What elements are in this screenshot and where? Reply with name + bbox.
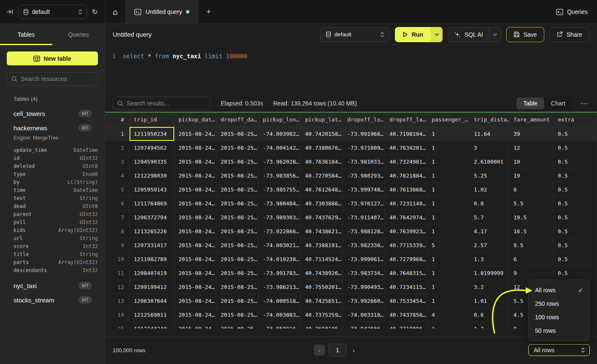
new-tab-button[interactable]: +: [198, 0, 219, 24]
row-number[interactable]: 12: [105, 280, 130, 294]
table-cell[interactable]: -73.986213…: [259, 280, 301, 294]
row-number[interactable]: 3: [105, 155, 130, 169]
column-header[interactable]: extra: [554, 113, 597, 127]
table-cell[interactable]: -73.991783…: [259, 266, 301, 280]
table-row[interactable]: 712063727942015-08-24…2015-08-25…-73.989…: [105, 210, 597, 224]
table-cell[interactable]: 19: [509, 169, 554, 183]
table-cell[interactable]: 1204590335: [130, 155, 174, 169]
table-cell[interactable]: 40.7612648…: [301, 183, 343, 197]
run-options-caret[interactable]: [431, 27, 443, 42]
refresh-button[interactable]: ↻: [92, 8, 98, 16]
table-cell[interactable]: 40.7438621…: [301, 224, 343, 238]
table-cell[interactable]: 1: [427, 252, 470, 266]
column-header[interactable]: pickup_dat…: [174, 113, 216, 127]
table-cell[interactable]: 3: [470, 141, 509, 155]
table-row[interactable]: 312045903352015-08-24…2015-08-25…-73.962…: [105, 155, 597, 169]
row-number[interactable]: 9: [105, 238, 130, 252]
table-cell[interactable]: 40.7303886…: [301, 197, 343, 210]
table-cell[interactable]: 1: [427, 266, 470, 280]
sidebar-item-hackernews[interactable]: hackernews MT: [0, 121, 105, 135]
prev-page-button[interactable]: ‹: [314, 345, 325, 356]
page-size-option[interactable]: 50 rows: [529, 324, 589, 337]
table-cell[interactable]: 2015-08-25…: [216, 238, 259, 252]
table-cell[interactable]: -73.983856…: [259, 169, 301, 183]
sidebar-item-nyc-taxi[interactable]: nyc_taxi MT: [0, 278, 105, 293]
table-cell[interactable]: 1: [427, 210, 470, 224]
sql-ai-main[interactable]: SQL AI: [448, 27, 489, 42]
table-cell[interactable]: 0.5: [554, 210, 597, 224]
column-header[interactable]: trip_id: [130, 113, 174, 127]
table-row[interactable]: 512059591432015-08-24…2015-08-25…-73.985…: [105, 183, 597, 197]
row-number[interactable]: 8: [105, 224, 130, 238]
table-cell[interactable]: 2015-08-25…: [216, 127, 259, 141]
table-cell[interactable]: 3.2: [470, 280, 509, 294]
table-cell[interactable]: 2015-08-24…: [174, 294, 216, 308]
table-cell[interactable]: 0.5: [554, 183, 597, 197]
table-cell[interactable]: 0.5: [554, 169, 597, 183]
column-header[interactable]: #: [105, 113, 130, 127]
table-cell[interactable]: 5.25: [470, 169, 509, 183]
page-size-option[interactable]: 100 rows: [529, 310, 589, 324]
table-cell[interactable]: 40.7420158…: [301, 127, 343, 141]
table-cell[interactable]: 0.8: [470, 197, 509, 210]
table-cell[interactable]: -73.989303…: [259, 210, 301, 224]
row-number[interactable]: 10: [105, 252, 130, 266]
table-cell[interactable]: 2015-08-25…: [216, 155, 259, 169]
table-cell[interactable]: 4: [427, 308, 470, 322]
column-header[interactable]: dropoff_la…: [385, 113, 427, 127]
table-row[interactable]: 1312063076442015-08-24…2015-08-25…-74.00…: [105, 294, 597, 308]
table-cell[interactable]: 0.5: [554, 224, 597, 238]
table-cell[interactable]: 2015-08-25…: [216, 266, 259, 280]
table-cell[interactable]: 40.7718086…: [385, 322, 427, 329]
table-cell[interactable]: -73.922866…: [259, 224, 301, 238]
search-resources-input[interactable]: [21, 75, 97, 82]
table-cell[interactable]: 40.7613868…: [385, 183, 427, 197]
table-cell[interactable]: 1: [427, 169, 470, 183]
table-cell[interactable]: 4.17: [470, 224, 509, 238]
run-button-main[interactable]: Run: [395, 27, 431, 42]
table-cell[interactable]: -73.962028…: [259, 155, 301, 169]
table-cell[interactable]: 1209199412: [130, 280, 174, 294]
table-row[interactable]: 112119502342015-08-24…2015-08-25…-74.003…: [105, 127, 597, 141]
table-cell[interactable]: 0.5: [554, 127, 597, 141]
table-cell[interactable]: 2015-08-24…: [174, 238, 216, 252]
table-cell[interactable]: 1211982789: [130, 252, 174, 266]
table-cell[interactable]: 40.7683105…: [301, 322, 343, 329]
table-cell[interactable]: 1207331417: [130, 238, 174, 252]
table-row[interactable]: 612117648692015-08-24…2015-08-25…-73.980…: [105, 197, 597, 210]
table-cell[interactable]: 40.7636184…: [301, 155, 343, 169]
table-cell[interactable]: -73.980293…: [343, 169, 385, 183]
column-header[interactable]: pickup_lat…: [301, 113, 343, 127]
table-cell[interactable]: 40.7634201…: [385, 141, 427, 155]
table-cell[interactable]: 0.5: [554, 266, 597, 280]
table-row[interactable]: 1512127432402015-08-24…2015-08-25…-73.95…: [105, 322, 597, 329]
table-cell[interactable]: 2015-08-24…: [174, 169, 216, 183]
table-cell[interactable]: -74.004142…: [259, 141, 301, 155]
table-cell[interactable]: 40.7639923…: [385, 224, 427, 238]
table-cell[interactable]: 1206372794: [130, 210, 174, 224]
table-cell[interactable]: -73.991966…: [343, 127, 385, 141]
table-cell[interactable]: -74.003982…: [259, 127, 301, 141]
table-cell[interactable]: 10: [509, 155, 554, 169]
table-cell[interactable]: 2015-08-24…: [174, 183, 216, 197]
table-cell[interactable]: 2015-08-24…: [174, 224, 216, 238]
table-cell[interactable]: -73.992660…: [343, 294, 385, 308]
table-cell[interactable]: 0.6: [470, 308, 509, 322]
sidebar-item-stocks-stream[interactable]: stocks_stream MT: [0, 293, 105, 307]
table-cell[interactable]: -74.003318…: [343, 308, 385, 322]
table-cell[interactable]: 1212743240: [130, 322, 174, 329]
table-cell[interactable]: 2015-08-25…: [216, 141, 259, 155]
table-cell[interactable]: 0.5: [554, 197, 597, 210]
table-cell[interactable]: -73.981033…: [343, 155, 385, 169]
collapse-sidebar-button[interactable]: [7, 9, 14, 15]
tab-home[interactable]: ⌂: [105, 0, 125, 24]
table-cell[interactable]: 0.5: [554, 155, 597, 169]
query-database-selector[interactable]: default: [320, 27, 390, 42]
column-header[interactable]: dropoff_lo…: [343, 113, 385, 127]
table-row[interactable]: 912073314172015-08-24…2015-08-25…-74.003…: [105, 238, 597, 252]
table-cell[interactable]: 40.7388191…: [301, 238, 343, 252]
table-cell[interactable]: 40.7437629…: [301, 210, 343, 224]
current-page-indicator[interactable]: 1: [328, 344, 347, 356]
table-cell[interactable]: 1212569011: [130, 308, 174, 322]
table-cell[interactable]: 11.64: [470, 127, 509, 141]
